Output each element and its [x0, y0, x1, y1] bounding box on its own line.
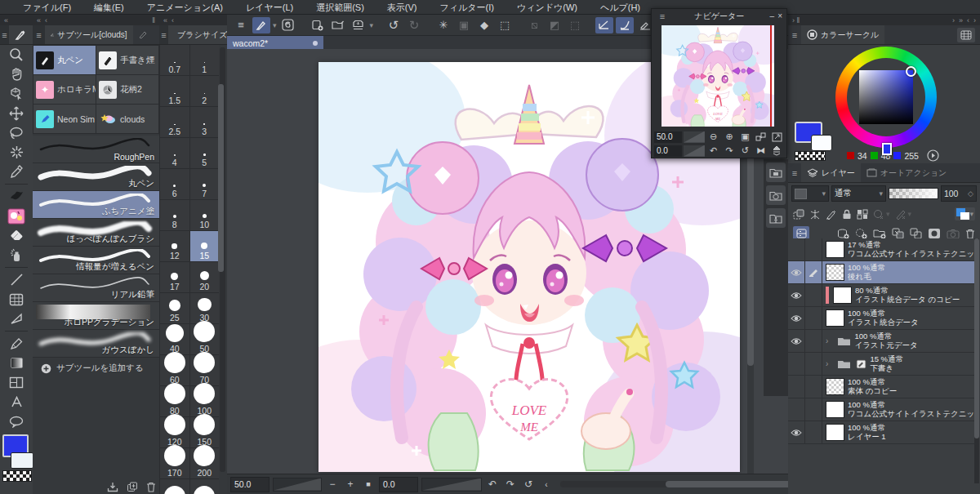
brush-size-cell[interactable]: 17	[160, 262, 189, 292]
prev-icon[interactable]: ‹	[45, 16, 47, 24]
brush-size-cell[interactable]	[160, 479, 189, 494]
brush-size-cell[interactable]: 200	[190, 448, 220, 478]
nav-actual-size-icon[interactable]	[754, 131, 768, 143]
menu-item-2[interactable]: アニメーション(A)	[136, 0, 234, 15]
close-icon[interactable]: ×	[777, 11, 782, 20]
deselect-icon[interactable]: ✳	[434, 17, 452, 33]
new-file-icon[interactable]	[309, 17, 327, 33]
navigator-menu-icon[interactable]: ≡	[656, 11, 669, 21]
layer-mask-icon[interactable]	[928, 228, 941, 239]
layer-edit-indicator[interactable]	[805, 376, 822, 398]
brush-tool-icon[interactable]	[4, 187, 29, 206]
menu-item-6[interactable]: フィルター(I)	[429, 0, 506, 15]
brush-size-cell[interactable]: 6	[160, 169, 189, 199]
rotation-slider[interactable]	[421, 478, 482, 492]
brush-list-item[interactable]: RoughPen	[33, 136, 159, 163]
reference-layer-icon[interactable]	[809, 209, 821, 220]
brush-size-cell[interactable]: 7	[190, 169, 220, 199]
clip-studio-icon[interactable]	[279, 17, 297, 33]
color-mode-toggle-icon[interactable]	[927, 149, 939, 162]
layer-visibility-toggle[interactable]	[788, 398, 805, 421]
folder-expand-icon[interactable]: ›	[826, 359, 828, 368]
rotation-value-field[interactable]: 0.0	[379, 477, 418, 492]
brush-list-item[interactable]: ほっぺぽんぽんブラシ	[33, 219, 159, 247]
layer-visibility-toggle[interactable]	[788, 353, 805, 375]
material-pose-folder-icon[interactable]	[766, 208, 786, 228]
nav-rotation-slider[interactable]	[684, 145, 705, 157]
crop-icon[interactable]: ⬚	[496, 17, 514, 33]
layer-thumbnail[interactable]	[826, 309, 844, 327]
panel-menu-icon[interactable]: ≡	[159, 25, 168, 44]
ruler-range-icon[interactable]: ▾	[895, 209, 912, 220]
import-icon[interactable]	[107, 482, 118, 492]
combine-mode-icon[interactable]: ▾	[873, 209, 890, 220]
brush-size-cell[interactable]: 8	[160, 200, 189, 230]
subtool-group-4[interactable]: Neon Sim	[33, 105, 96, 133]
layer-edit-indicator[interactable]	[805, 238, 822, 260]
layer-row[interactable]: 17 %通常ワコム公式サイトイラストテクニック_姫ネ	[788, 238, 974, 261]
command-menu-icon[interactable]: ≡	[232, 17, 250, 33]
subtool-group-3[interactable]: 花柄2	[96, 75, 158, 104]
operate-tool-icon[interactable]	[4, 84, 29, 103]
brush-size-cell[interactable]: 2.5	[160, 107, 189, 137]
subtool-tab[interactable]: サブツール[clouds]	[45, 25, 133, 44]
brush-size-cell[interactable]: 2	[190, 76, 220, 106]
undo-icon[interactable]: ↺	[385, 17, 403, 33]
brush-size-cell[interactable]: 60	[160, 355, 189, 385]
nav-fit-icon[interactable]: ▣	[738, 131, 752, 143]
new-folder-icon[interactable]	[873, 228, 886, 239]
tool-tab[interactable]	[9, 25, 33, 44]
brush-list-item[interactable]: ホロPPグラデーション	[33, 302, 159, 330]
new-raster-layer-icon[interactable]	[837, 228, 849, 239]
text-tool-icon[interactable]	[4, 393, 29, 412]
menu-item-3[interactable]: レイヤー(L)	[234, 0, 305, 15]
panel-menu-icon[interactable]: ≡	[788, 25, 801, 44]
new-vector-layer-icon[interactable]	[855, 228, 867, 239]
brush-list-item[interactable]: 情報量が増えるペン	[33, 247, 159, 274]
airbrush-tool-icon[interactable]	[4, 246, 29, 265]
decoration-tool-icon[interactable]	[4, 207, 29, 225]
menu-item-5[interactable]: 表示(V)	[376, 0, 429, 15]
zoom-slider[interactable]	[273, 478, 322, 492]
gradient-tool-icon[interactable]	[4, 354, 29, 372]
prev-icon[interactable]: ‹	[172, 16, 174, 24]
layer-visibility-toggle[interactable]	[788, 261, 805, 283]
snap-special-ruler-icon[interactable]	[616, 17, 634, 33]
minimize-icon[interactable]: –	[770, 11, 775, 20]
nav-left-icon[interactable]: ‹	[967, 16, 969, 24]
menu-item-7[interactable]: ウィンドウ(W)	[506, 0, 589, 15]
layer-edit-indicator[interactable]	[805, 330, 822, 352]
figure-tool-icon[interactable]	[4, 270, 29, 289]
hand-tool-icon[interactable]	[4, 65, 29, 83]
brush-size-cell[interactable]: 80	[160, 386, 189, 416]
brush-list-item[interactable]: リアル鉛筆	[33, 274, 159, 302]
saturation-value-box[interactable]	[859, 70, 913, 124]
layer-row[interactable]: › 15 %通常下書き	[788, 353, 974, 376]
brush-list-item[interactable]: 丸ペン	[33, 163, 159, 191]
layer-edit-indicator[interactable]	[805, 421, 822, 443]
brush-size-tab[interactable]: ブラシサイズ[8	[168, 25, 227, 44]
sv-selector[interactable]	[906, 66, 916, 77]
tool-dropdown-icon[interactable]: ▾	[273, 21, 277, 29]
brush-size-cell[interactable]: 100	[190, 386, 220, 416]
layer-visibility-toggle[interactable]	[788, 376, 805, 398]
nav-rotation-value[interactable]: 0.0	[654, 145, 682, 157]
panel-menu-icon[interactable]: ≡	[33, 25, 45, 44]
nav-rotate-reset-icon[interactable]: ↺	[738, 145, 752, 157]
hue-selector[interactable]	[882, 143, 892, 155]
lock-transparent-icon[interactable]	[857, 209, 868, 220]
selection-fill-icon[interactable]: ◩	[546, 17, 564, 33]
zoom-reset-icon[interactable]: ■	[361, 477, 376, 492]
layer-thumbnail[interactable]	[826, 378, 844, 395]
brush-size-cell[interactable]: 70	[190, 355, 220, 385]
grid-tool-icon[interactable]	[4, 290, 29, 309]
menu-item-0[interactable]: ファイル(F)	[11, 0, 82, 15]
layer-scrollbar[interactable]	[974, 238, 979, 483]
eraser-tool-icon[interactable]	[4, 226, 29, 245]
save-icon[interactable]	[350, 17, 368, 33]
add-subtool-button[interactable]: サブツールを追加する	[33, 358, 159, 379]
redo-icon[interactable]: ↻	[405, 17, 423, 33]
trash-icon[interactable]	[146, 482, 156, 492]
brush-size-cell[interactable]: 50	[190, 324, 220, 354]
move-tool-icon[interactable]	[4, 104, 29, 122]
